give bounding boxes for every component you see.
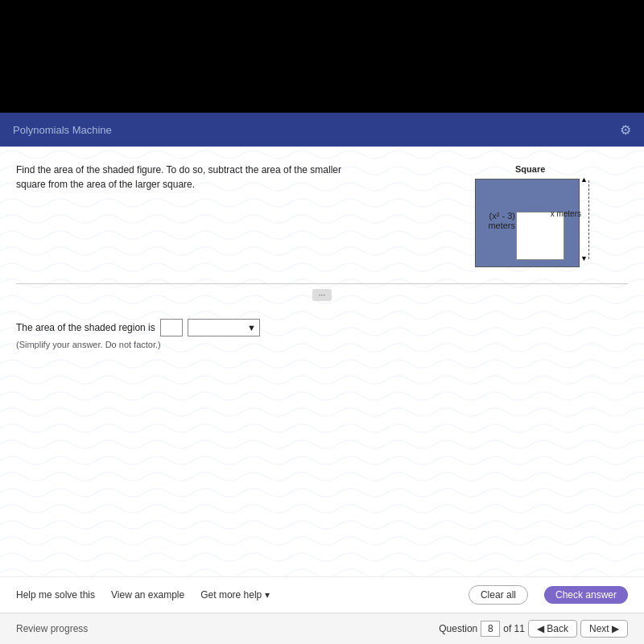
header-bar: Polynomials Machine ⚙ [0,113,644,147]
get-more-help-link[interactable]: Get more help ▾ [200,589,269,601]
gear-icon[interactable]: ⚙ [620,122,631,138]
expand-button[interactable]: ··· [312,289,332,301]
answer-hint: (Simplify your answer. Do not factor.) [16,340,628,349]
nav-bar: Review progress Question 8 of 11 ◀ Back … [0,613,644,644]
x-squared-label: (x² - 3) [489,211,515,221]
question-label: Question [439,623,477,634]
answer-label: The area of the shaded region is [16,322,155,333]
header-title: Polynomials Machine [13,124,112,136]
check-answer-button[interactable]: Check answer [544,586,628,604]
back-button[interactable]: ◀ Back [528,620,577,638]
answer-input[interactable] [160,319,183,336]
meters-label-outer: meters [488,221,515,230]
view-example-link[interactable]: View an example [111,589,184,601]
answer-section: The area of the shaded region is ▼ (Simp… [0,306,644,357]
section-divider [16,283,628,284]
answer-row: The area of the shaded region is ▼ [16,319,628,336]
question-text-area: Find the area of the shaded figure. To d… [16,163,443,275]
question-number: 8 [481,621,500,637]
outer-dimension-label: (x² - 3) meters [467,211,515,230]
expand-btn-row: ··· [0,289,644,301]
small-square [516,212,564,260]
x-meters-label: x meters [551,209,581,218]
dim-arrow-top-icon: ▲ [580,175,588,184]
dimension-line-right [588,180,589,259]
review-progress-button[interactable]: Review progress [16,623,88,634]
top-black-bar [0,0,644,113]
content-area: Find the area of the shaded figure. To d… [0,147,644,644]
question-text: Find the area of the shaded figure. To d… [16,163,362,192]
diagram-container: Square (x² - 3) meters ▲ ▼ x [467,163,596,275]
action-bar: Help me solve this View an example Get m… [0,576,644,613]
diagram-area: Square (x² - 3) meters ▲ ▼ x [459,163,604,275]
content-inner: Find the area of the shaded figure. To d… [0,147,644,644]
question-indicator: Question 8 of 11 ◀ Back Next ▶ [439,620,628,638]
total-questions: of 11 [503,623,525,634]
answer-dropdown[interactable]: ▼ [188,319,260,336]
dim-arrow-bottom-icon: ▼ [580,254,588,262]
square-label: Square [515,164,545,174]
next-button[interactable]: Next ▶ [580,620,628,638]
clear-all-button[interactable]: Clear all [469,585,528,605]
dropdown-arrow-icon: ▼ [247,323,256,332]
help-me-solve-link[interactable]: Help me solve this [16,589,95,601]
question-section: Find the area of the shaded figure. To d… [0,147,644,283]
